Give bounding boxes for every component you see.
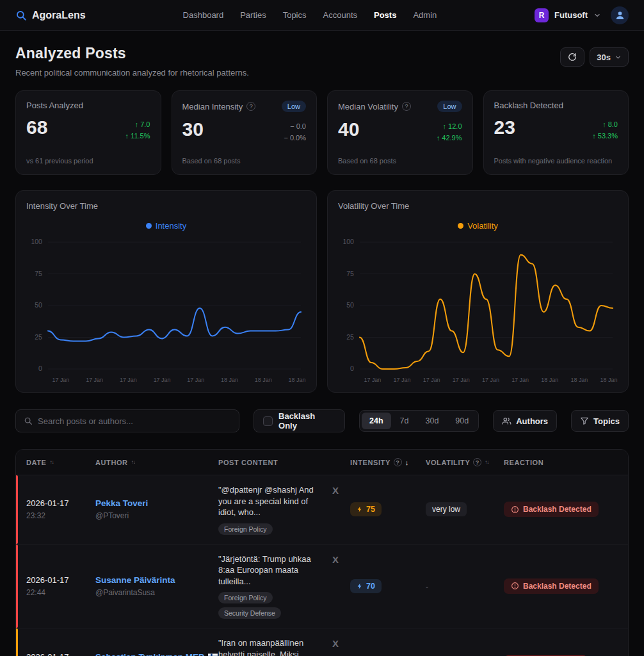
authors-icon <box>502 416 511 426</box>
top-right-cluster: R Futusoft <box>535 6 629 24</box>
sort-icon: ↑↓ <box>485 459 488 465</box>
post-content: "Järjetöntä: Trump uhkaa 8:aa Euroopan m… <box>218 554 323 587</box>
col-reaction: REACTION <box>504 459 618 466</box>
stat-footnote: Based on 68 posts <box>182 157 307 165</box>
table-row[interactable]: 2026-01-17 22:44 Susanne Päivärinta @Pai… <box>16 545 628 629</box>
backlash-only-checkbox[interactable] <box>263 416 273 426</box>
funnel-icon <box>580 416 589 425</box>
stat-delta-pct: ↑ 11.5% <box>125 132 150 140</box>
intensity-chart-card: Intensity Over Time Intensity 0255075100… <box>15 190 317 393</box>
col-date[interactable]: DATE ↑↓ <box>26 459 95 466</box>
svg-text:17 Jan: 17 Jan <box>511 377 529 383</box>
stat-label: Posts Analyzed <box>26 101 83 110</box>
volatility-value: - <box>426 582 428 591</box>
author-link[interactable]: Sebastian Tynkkynen MEP <box>95 652 218 656</box>
x-platform-icon[interactable]: X <box>332 638 339 649</box>
refresh-interval-select[interactable]: 30s <box>590 47 629 67</box>
range-7d[interactable]: 7d <box>392 413 417 429</box>
intensity-line-chart: 025507510017 Jan17 Jan17 Jan17 Jan17 Jan… <box>26 234 306 387</box>
stat-card-posts-analyzed: Posts Analyzed 68 ↑ 7.0 ↑ 11.5% vs 61 pr… <box>15 90 161 175</box>
status-badge: Low <box>437 101 462 112</box>
search-icon <box>24 416 33 425</box>
stat-footnote: vs 61 previous period <box>26 157 150 165</box>
nav-item-accounts[interactable]: Accounts <box>323 10 357 20</box>
filter-bar: Backlash Only 24h 7d 30d 90d Authors Top… <box>15 409 629 432</box>
stat-value: 40 <box>338 120 359 139</box>
svg-text:18 Jan: 18 Jan <box>570 377 588 383</box>
authors-filter-button[interactable]: Authors <box>493 410 557 432</box>
post-content: "Iran on maanpäällinen helvetti naiselle… <box>218 637 323 656</box>
table-row[interactable]: 2026-01-17 22:42 Sebastian Tynkkynen MEP… <box>16 628 628 656</box>
user-avatar[interactable] <box>611 6 629 24</box>
col-author[interactable]: AUTHOR ↑↓ <box>95 459 218 466</box>
svg-text:75: 75 <box>346 270 354 277</box>
post-time: 22:44 <box>26 588 95 597</box>
intensity-badge: 70 <box>350 579 382 593</box>
nav-item-posts[interactable]: Posts <box>374 10 396 20</box>
stat-delta-pct: − 0.0% <box>284 134 306 142</box>
stat-delta: ↑ 8.0 <box>602 120 618 128</box>
svg-text:25: 25 <box>35 334 42 341</box>
author-link[interactable]: Pekka Toveri <box>95 498 218 508</box>
svg-text:17 Jan: 17 Jan <box>120 377 137 383</box>
table-row[interactable]: 2026-01-17 23:32 Pekka Toveri @PToveri "… <box>16 475 628 545</box>
col-intensity[interactable]: INTENSITY ? ↓ <box>350 458 426 466</box>
stat-footnote: Based on 68 posts <box>338 157 462 165</box>
nav-item-topics[interactable]: Topics <box>283 10 307 20</box>
topics-filter-button[interactable]: Topics <box>571 410 629 432</box>
refresh-button[interactable] <box>560 47 584 67</box>
help-icon[interactable]: ? <box>402 102 411 111</box>
row-accent-bar <box>16 475 18 544</box>
author-link[interactable]: Susanne Päivärinta <box>95 575 218 585</box>
nav-item-admin[interactable]: Admin <box>413 10 437 20</box>
svg-text:17 Jan: 17 Jan <box>364 377 381 383</box>
help-icon[interactable]: ? <box>473 458 481 466</box>
stat-value: 23 <box>494 118 515 137</box>
nav-item-parties[interactable]: Parties <box>240 10 266 20</box>
stat-cards: Posts Analyzed 68 ↑ 7.0 ↑ 11.5% vs 61 pr… <box>15 90 629 175</box>
help-icon[interactable]: ? <box>394 458 402 466</box>
alert-circle-icon <box>511 582 519 590</box>
refresh-interval-value: 30s <box>597 53 611 62</box>
svg-text:100: 100 <box>31 238 42 245</box>
help-icon[interactable]: ? <box>246 102 255 111</box>
search-input[interactable] <box>38 416 231 426</box>
chevron-down-icon[interactable] <box>593 12 601 19</box>
x-platform-icon[interactable]: X <box>332 554 339 565</box>
author-handle: @PToveri <box>95 511 218 520</box>
svg-text:50: 50 <box>346 302 354 309</box>
stat-label: Median Volatility <box>338 102 398 111</box>
range-90d[interactable]: 90d <box>447 413 476 429</box>
status-badge: Low <box>282 101 306 112</box>
range-30d[interactable]: 30d <box>418 413 447 429</box>
org-switcher[interactable]: Futusoft <box>554 10 588 20</box>
svg-text:17 Jan: 17 Jan <box>187 377 204 383</box>
reaction-badge: Backlash Detected <box>504 502 599 517</box>
stat-delta: ↑ 7.0 <box>135 120 150 128</box>
org-badge: R <box>535 8 549 22</box>
refresh-icon <box>568 53 577 62</box>
col-volatility[interactable]: VOLATILITY ? ↑↓ <box>426 458 504 466</box>
post-date: 2026-01-17 <box>26 575 95 585</box>
magnifier-logo-icon <box>15 10 27 21</box>
stat-value: 68 <box>26 118 47 137</box>
svg-text:17 Jan: 17 Jan <box>52 377 69 383</box>
post-time: 23:32 <box>26 511 95 520</box>
range-24h[interactable]: 24h <box>362 413 391 429</box>
svg-text:18 Jan: 18 Jan <box>289 377 306 383</box>
time-range-segmented: 24h 7d 30d 90d <box>359 410 479 432</box>
brand[interactable]: AgoraLens <box>15 10 86 21</box>
sort-icon: ↑↓ <box>50 459 54 465</box>
main-content: Analyzed Posts Recent political communic… <box>0 31 644 656</box>
volatility-chart-card: Volatility Over Time Volatility 02550751… <box>327 190 629 393</box>
col-post-content: POST CONTENT <box>218 459 350 466</box>
svg-text:17 Jan: 17 Jan <box>86 377 103 383</box>
backlash-only-toggle[interactable]: Backlash Only <box>254 409 345 432</box>
volatility-line-chart: 025507510017 Jan17 Jan17 Jan17 Jan17 Jan… <box>338 234 618 387</box>
page-subtitle: Recent political communication analyzed … <box>15 68 249 78</box>
svg-text:18 Jan: 18 Jan <box>255 377 272 383</box>
x-platform-icon[interactable]: X <box>332 485 339 496</box>
nav-item-dashboard[interactable]: Dashboard <box>183 10 224 20</box>
header-controls: 30s <box>560 47 629 67</box>
svg-text:0: 0 <box>38 365 42 372</box>
